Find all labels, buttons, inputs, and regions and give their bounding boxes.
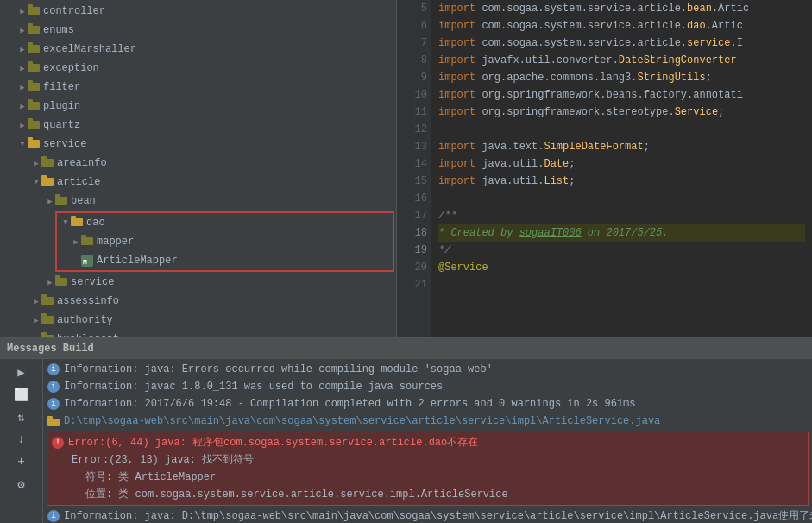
tree-item-bucklecost[interactable]: ▶ bucklecost: [0, 330, 396, 337]
svg-rect-1: [28, 4, 33, 8]
info-icon-3: i: [47, 397, 60, 411]
svg-rect-16: [41, 159, 54, 167]
line-num-18: 18: [400, 224, 427, 242]
code-line-21: [438, 276, 805, 293]
svg-rect-36: [47, 419, 60, 426]
collapse-arrow-service: ▼: [17, 139, 28, 149]
tree-item-article[interactable]: ▼ article: [0, 173, 396, 192]
tree-label-service: service: [43, 138, 86, 150]
tree-label-assessinfo: assessinfo: [57, 295, 119, 307]
line-num-7: 7: [400, 35, 427, 52]
kw-import-13: import: [438, 141, 482, 153]
tree-item-enums[interactable]: ▶ enums: [0, 21, 396, 40]
tree-item-exception[interactable]: ▶ exception: [0, 59, 396, 78]
tree-item-bean[interactable]: ▶ bean: [0, 192, 396, 211]
svg-rect-31: [41, 294, 47, 298]
line-num-20: 20: [400, 259, 427, 276]
comment-close: */: [438, 244, 450, 256]
svg-rect-6: [28, 64, 40, 72]
code-line-20: @Service: [438, 259, 805, 276]
msg-btn-scroll[interactable]: ↓: [12, 430, 31, 449]
code-line-11: import org.springframework.stereotype.Se…: [438, 104, 805, 121]
tree-label-bean: bean: [71, 195, 96, 207]
msg-line-info2: i Information: javac 1.8.0_131 was used …: [47, 378, 809, 395]
code-content: import com.sogaa.system.service.article.…: [431, 0, 812, 337]
info-icon-4: i: [47, 509, 60, 523]
msg-text-info3: Information: 2017/6/6 19:48 - Compilatio…: [64, 395, 636, 413]
tree-label-quartz: quartz: [43, 119, 80, 131]
msg-btn-filter[interactable]: ⇅: [12, 407, 31, 426]
code-line-18: * Created by sogaaIT006 on 2017/5/25.: [438, 224, 805, 242]
tree-item-article-mapper[interactable]: M ArticleMapper: [57, 251, 393, 270]
svg-rect-10: [28, 102, 40, 110]
info-icon-2: i: [47, 380, 60, 394]
collapse-arrow-filter: ▶: [17, 82, 28, 92]
tree-label-mapper: mapper: [97, 236, 134, 248]
tree-label-authority: authority: [57, 314, 113, 326]
tree-item-service2[interactable]: ▶ service: [0, 273, 396, 292]
collapse-arrow-enums: ▶: [17, 25, 28, 35]
tree-item-quartz[interactable]: ▶ quartz: [0, 116, 396, 135]
svg-rect-22: [71, 218, 83, 226]
tree-item-service[interactable]: ▼ service: [0, 135, 396, 154]
tree-item-plugin[interactable]: ▶ plugin: [0, 97, 396, 116]
code-line-15: import java.util.List;: [438, 173, 805, 190]
msg-btn-settings[interactable]: ⚙: [12, 475, 31, 494]
svg-rect-20: [55, 197, 67, 205]
collapse-arrow-dao: ▼: [60, 217, 71, 228]
tree-item-assessinfo[interactable]: ▶ assessinfo: [0, 292, 396, 311]
folder-icon-filter: [28, 80, 40, 94]
kw-import-8: import: [438, 54, 482, 66]
collapse-arrow-quartz: ▶: [17, 120, 28, 130]
code-editor: 5 6 7 8 9 10 11 12 13 14 15 16 17 18 19 …: [397, 0, 812, 337]
line-num-12: 12: [400, 121, 427, 138]
code-line-12: [438, 121, 805, 138]
tree-item-filter[interactable]: ▶ filter: [0, 78, 396, 97]
svg-rect-7: [28, 61, 33, 65]
collapse-arrow-bean: ▶: [45, 196, 55, 206]
tree-label-dao: dao: [86, 217, 105, 229]
collapse-arrow-excel: ▶: [17, 44, 28, 54]
tree-item-mapper[interactable]: ▶ mapper: [57, 232, 393, 251]
tree-label-areainfo: areainfo: [57, 157, 107, 169]
kw-import-15: import: [438, 175, 482, 187]
svg-rect-11: [28, 99, 33, 103]
svg-rect-14: [28, 140, 40, 148]
svg-rect-3: [28, 23, 33, 27]
msg-line-error2: Error:(23, 13) java: 找不到符号: [51, 451, 804, 469]
collapse-arrow-plugin: ▶: [17, 101, 28, 111]
collapse-arrow-areainfo: ▶: [31, 158, 41, 168]
msg-text-info2: Information: javac 1.8.0_131 was used to…: [64, 378, 443, 395]
msg-error-text-2: Error:(23, 13) java: 找不到符号: [72, 451, 254, 469]
kw-import-9: import: [438, 72, 482, 84]
tree-item-authority[interactable]: ▶ authority: [0, 311, 396, 330]
collapse-arrow-authority: ▶: [31, 315, 41, 325]
folder-icon-article-open: [41, 175, 54, 189]
tree-item-dao[interactable]: ▼ dao: [57, 213, 393, 232]
msg-symbol-text: 符号: 类 ArticleMapper: [85, 469, 216, 486]
tree-item-areainfo[interactable]: ▶ areainfo: [0, 154, 396, 173]
kw-import-14: import: [438, 158, 482, 170]
tree-label-enums: enums: [43, 24, 74, 36]
folder-icon-mapper: [81, 235, 93, 249]
main-area: ▶ controller ▶ enums ▶ excelMarshaller ▶: [0, 0, 812, 337]
folder-icon-exception: [28, 61, 40, 75]
msg-btn-run[interactable]: ▶: [12, 362, 31, 381]
folder-icon-bean: [55, 194, 67, 208]
line-num-21: 21: [400, 276, 427, 293]
tree-label-article: article: [57, 176, 100, 188]
tree-item-excelMarshaller[interactable]: ▶ excelMarshaller: [0, 40, 396, 59]
annotation-service: @Service: [438, 262, 488, 274]
code-line-10: import org.springframework.beans.factory…: [438, 86, 805, 104]
msg-btn-stop[interactable]: ⬜: [12, 385, 31, 404]
msg-btn-expand[interactable]: +: [12, 452, 31, 471]
comment-created: * Created by: [438, 227, 519, 239]
line-num-6: 6: [400, 17, 427, 35]
tree-item-controller[interactable]: ▶ controller: [0, 2, 396, 21]
folder-icon-areainfo: [41, 156, 54, 170]
kw-import-7: import: [438, 37, 482, 49]
svg-rect-32: [41, 316, 54, 324]
tree-label-service2: service: [71, 276, 114, 288]
svg-rect-15: [28, 137, 33, 141]
file-tree: ▶ controller ▶ enums ▶ excelMarshaller ▶: [0, 0, 397, 337]
